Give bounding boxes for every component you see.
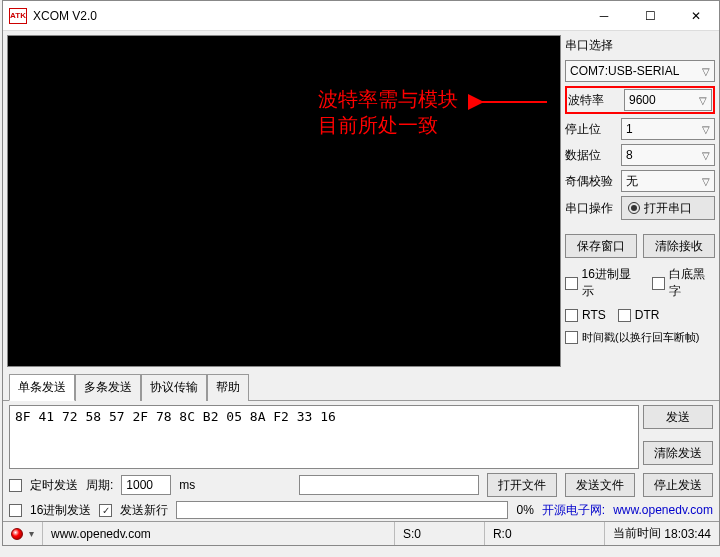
send-button[interactable]: 发送 <box>643 405 713 429</box>
file-path-input[interactable] <box>299 475 479 495</box>
window-title: XCOM V2.0 <box>33 9 581 23</box>
stop-send-button[interactable]: 停止发送 <box>643 473 713 497</box>
chevron-down-icon: ▽ <box>702 66 710 77</box>
chevron-down-icon: ▽ <box>702 150 710 161</box>
chevron-down-icon: ▽ <box>702 124 710 135</box>
port-select[interactable]: COM7:USB-SERIAL ▽ <box>565 60 715 82</box>
send-tabs: 单条发送 多条发送 协议传输 帮助 <box>3 373 719 401</box>
period-input[interactable] <box>121 475 171 495</box>
data-bits-label: 数据位 <box>565 147 617 164</box>
tab-help[interactable]: 帮助 <box>207 374 249 401</box>
maximize-button[interactable]: ☐ <box>627 1 673 31</box>
send-newline-label: 发送新行 <box>120 502 168 519</box>
parity-select[interactable]: 无 ▽ <box>621 170 715 192</box>
titlebar: ATK XCOM V2.0 ─ ☐ ✕ <box>3 1 719 31</box>
serial-op-label: 串口操作 <box>565 200 617 217</box>
parity-value: 无 <box>626 173 638 190</box>
send-file-button[interactable]: 发送文件 <box>565 473 635 497</box>
send-newline-checkbox[interactable]: ✓ <box>99 504 112 517</box>
tab-multi-send[interactable]: 多条发送 <box>75 374 141 401</box>
side-panel: 串口选择 COM7:USB-SERIAL ▽ 波特率 9600 ▽ 停止位 1 … <box>565 35 715 367</box>
minimize-button[interactable]: ─ <box>581 1 627 31</box>
baud-value: 9600 <box>629 93 656 107</box>
status-dot-icon <box>11 528 23 540</box>
hex-display-label: 16进制显示 <box>582 266 641 300</box>
arrow-annotation <box>292 88 552 118</box>
open-port-button[interactable]: 打开串口 <box>621 196 715 220</box>
stop-bits-value: 1 <box>626 122 633 136</box>
progress-value: 0% <box>516 503 533 517</box>
baud-label: 波特率 <box>568 92 620 109</box>
chevron-down-icon: ▽ <box>699 95 707 106</box>
site-link[interactable]: www.openedv.com <box>613 503 713 517</box>
open-file-button[interactable]: 打开文件 <box>487 473 557 497</box>
parity-label: 奇偶校验 <box>565 173 617 190</box>
white-bg-checkbox[interactable] <box>652 277 665 290</box>
period-label: 周期: <box>86 477 113 494</box>
save-window-button[interactable]: 保存窗口 <box>565 234 637 258</box>
time-label: 当前时间 <box>613 525 661 542</box>
progress-bar <box>176 501 508 519</box>
tab-single-send[interactable]: 单条发送 <box>9 374 75 401</box>
data-bits-value: 8 <box>626 148 633 162</box>
radio-icon <box>628 202 640 214</box>
hex-send-checkbox[interactable] <box>9 504 22 517</box>
status-url[interactable]: www.openedv.com <box>43 522 395 545</box>
tab-protocol[interactable]: 协议传输 <box>141 374 207 401</box>
dtr-checkbox[interactable] <box>618 309 631 322</box>
port-select-label: 串口选择 <box>565 37 715 54</box>
clear-send-button[interactable]: 清除发送 <box>643 441 713 465</box>
time-value: 18:03:44 <box>664 527 711 541</box>
chevron-down-icon[interactable]: ▾ <box>29 528 34 539</box>
stop-bits-label: 停止位 <box>565 121 617 138</box>
timestamp-label: 时间戳(以换行回车断帧) <box>582 330 699 345</box>
hex-display-checkbox[interactable] <box>565 277 578 290</box>
stop-bits-select[interactable]: 1 ▽ <box>621 118 715 140</box>
rts-label: RTS <box>582 308 606 322</box>
close-button[interactable]: ✕ <box>673 1 719 31</box>
serial-output-area: 波特率需与模块 目前所处一致 <box>7 35 561 367</box>
white-bg-label: 白底黑字 <box>669 266 715 300</box>
status-bar: ▾ www.openedv.com S:0 R:0 当前时间 18:03:44 <box>3 521 719 545</box>
send-textarea[interactable]: 8F 41 72 58 57 2F 78 8C B2 05 8A F2 33 1… <box>9 405 639 469</box>
hex-send-label: 16进制发送 <box>30 502 91 519</box>
timestamp-checkbox[interactable] <box>565 331 578 344</box>
timed-send-checkbox[interactable] <box>9 479 22 492</box>
chevron-down-icon: ▽ <box>702 176 710 187</box>
status-sent: S:0 <box>395 522 485 545</box>
baud-select[interactable]: 9600 ▽ <box>624 89 712 111</box>
rts-checkbox[interactable] <box>565 309 578 322</box>
timed-send-label: 定时发送 <box>30 477 78 494</box>
port-select-value: COM7:USB-SERIAL <box>570 64 679 78</box>
site-label: 开源电子网: <box>542 502 605 519</box>
open-port-label: 打开串口 <box>644 200 692 217</box>
clear-recv-button[interactable]: 清除接收 <box>643 234 715 258</box>
status-recv: R:0 <box>485 522 605 545</box>
dtr-label: DTR <box>635 308 660 322</box>
data-bits-select[interactable]: 8 ▽ <box>621 144 715 166</box>
app-icon: ATK <box>9 8 27 24</box>
period-unit: ms <box>179 478 195 492</box>
